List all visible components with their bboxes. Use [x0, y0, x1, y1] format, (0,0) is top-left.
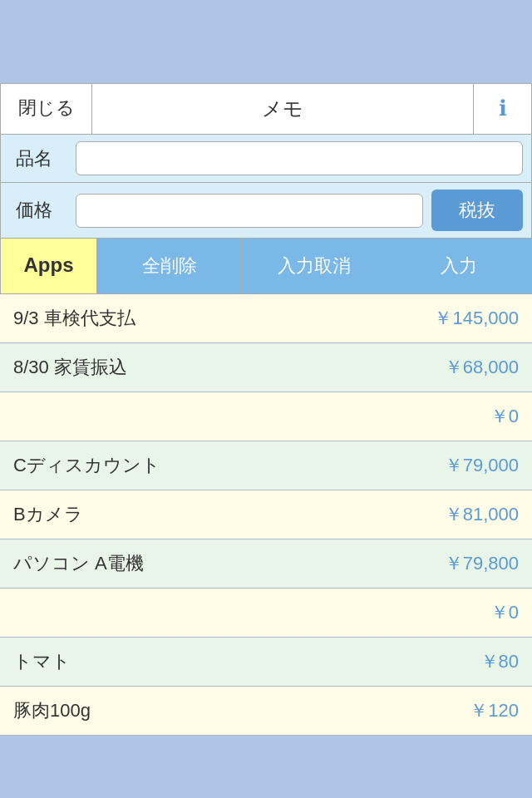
list-container: 9/3 車検代支払￥145,0008/30 家賃振込￥68,000￥0Cディスカ…	[0, 294, 532, 736]
list-item-name: 8/30 家賃振込	[0, 343, 382, 392]
list-item-name: 豚肉100g	[0, 687, 382, 735]
list-item-name: パソコン A電機	[0, 539, 382, 588]
app-container: 閉じる メモ ℹ 品名 価格 税抜 Apps 全削除 入力取消 入力 9/3 車…	[0, 83, 532, 736]
list-item-price: ￥81,000	[382, 490, 532, 539]
item-name-row: 品名	[0, 135, 532, 183]
list-item-name: トマト	[0, 638, 382, 686]
list-item-name: Bカメラ	[0, 490, 382, 539]
list-item-price: ￥68,000	[382, 343, 532, 392]
list-item-name: 9/3 車検代支払	[0, 294, 382, 342]
tax-button[interactable]: 税抜	[431, 190, 523, 231]
list-item-price: ￥145,000	[382, 294, 532, 342]
list-item: 豚肉100g￥120	[0, 687, 532, 736]
list-item: ￥0	[0, 392, 532, 441]
price-label: 価格	[1, 188, 67, 233]
cancel-input-button[interactable]: 入力取消	[242, 239, 387, 293]
list-item: パソコン A電機￥79,800	[0, 539, 532, 589]
list-item-price: ￥120	[382, 687, 532, 735]
list-item-price: ￥79,800	[382, 539, 532, 588]
item-name-label: 品名	[1, 136, 67, 181]
list-item: Bカメラ￥81,000	[0, 490, 532, 539]
list-item: 9/3 車検代支払￥145,000	[0, 294, 532, 343]
list-item-name: Cディスカウント	[0, 441, 382, 490]
list-item: ￥0	[0, 589, 532, 638]
header-row: 閉じる メモ ℹ	[0, 83, 532, 135]
enter-button[interactable]: 入力	[387, 239, 531, 293]
list-item-price: ￥79,000	[382, 441, 532, 490]
price-input[interactable]	[76, 194, 423, 228]
header-title: メモ	[92, 84, 473, 134]
list-item-price: ￥80	[382, 638, 532, 686]
apps-button[interactable]: Apps	[1, 239, 97, 293]
list-item-price: ￥0	[382, 392, 532, 441]
list-item-name	[0, 601, 382, 624]
list-item: 8/30 家賃振込￥68,000	[0, 343, 532, 392]
item-name-input[interactable]	[76, 141, 523, 175]
action-row: Apps 全削除 入力取消 入力	[0, 239, 532, 294]
list-item: Cディスカウント￥79,000	[0, 441, 532, 490]
close-button[interactable]: 閉じる	[1, 84, 92, 134]
list-item-name	[0, 405, 382, 428]
list-item-price: ￥0	[382, 589, 532, 637]
list-item: トマト￥80	[0, 638, 532, 687]
info-button[interactable]: ℹ	[473, 84, 531, 134]
price-row: 価格 税抜	[0, 183, 532, 239]
delete-all-button[interactable]: 全削除	[97, 239, 242, 293]
